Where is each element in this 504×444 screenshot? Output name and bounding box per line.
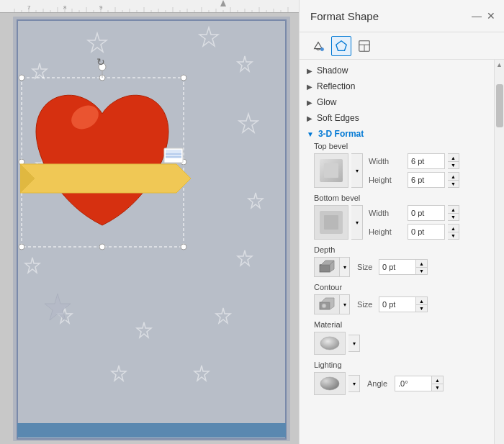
panel-icon-tabs: [300, 32, 504, 60]
format-3d-arrow: ▼: [307, 130, 314, 138]
bottom-bevel-right: Width ▲ ▼ Height ▲ ▼: [369, 205, 459, 240]
svg-rect-86: [324, 215, 338, 230]
bottom-bevel-label: Bottom bevel: [314, 194, 487, 202]
glow-section-header[interactable]: ▶ Glow: [300, 94, 494, 110]
soft-edges-section-header[interactable]: ▶ Soft Edges: [300, 110, 494, 126]
bottom-bevel-width-down[interactable]: ▼: [448, 213, 459, 221]
material-icon-dropdown: ▾: [314, 332, 360, 355]
bottom-bevel-width-input[interactable]: [408, 205, 445, 221]
contour-icon-dropdown: ▾: [314, 294, 350, 314]
depth-size-label: Size: [357, 263, 379, 271]
collapse-button[interactable]: —: [471, 10, 482, 22]
bottom-bevel-width-label: Width: [369, 209, 405, 217]
top-bevel-dropdown: ▾: [314, 153, 363, 188]
lighting-icon-btn: [314, 372, 346, 395]
scroll-up-btn[interactable]: ▲: [495, 60, 505, 70]
contour-label: Contour: [314, 283, 487, 291]
ruler-top: 7 8 9: [0, 0, 299, 13]
reflection-section-header[interactable]: ▶ Reflection: [300, 78, 494, 94]
top-bevel-width-up[interactable]: ▲: [448, 153, 459, 161]
material-row: ▾: [314, 332, 487, 355]
reflection-label: Reflection: [317, 81, 355, 91]
depth-dropdown-arrow[interactable]: ▾: [340, 257, 350, 277]
svg-point-61: [19, 75, 24, 81]
close-button[interactable]: ✕: [485, 10, 497, 22]
top-bevel-width-label: Width: [369, 157, 405, 166]
top-bevel-height-spinner: ▲ ▼: [448, 172, 459, 188]
contour-dropdown-arrow[interactable]: ▾: [340, 294, 350, 314]
pentagon-icon: [335, 40, 348, 53]
material-icon: [318, 335, 341, 352]
svg-marker-79: [336, 40, 346, 50]
format-3d-label: 3-D Format: [318, 129, 364, 139]
depth-icon: [318, 259, 336, 275]
svg-point-93: [320, 377, 339, 390]
depth-size-down[interactable]: ▼: [416, 267, 428, 275]
svg-point-91: [322, 304, 326, 308]
top-bevel-icon: [318, 158, 344, 184]
top-bevel-width-row: Width ▲ ▼: [369, 153, 459, 169]
format-panel: Format Shape — ✕: [299, 0, 504, 444]
scroll-thumb[interactable]: [496, 84, 503, 127]
lighting-icon: [318, 375, 341, 392]
lighting-angle-input[interactable]: [395, 376, 432, 391]
soft-edges-label: Soft Edges: [317, 113, 359, 123]
effects-icon-tab[interactable]: [331, 36, 351, 56]
svg-rect-87: [320, 265, 330, 272]
top-bevel-right: Width ▲ ▼ Height ▲ ▼: [369, 153, 459, 188]
top-bevel-label: Top bevel: [314, 142, 487, 150]
top-bevel-width-down[interactable]: ▼: [448, 161, 459, 169]
svg-text:7: 7: [27, 4, 31, 11]
bottom-bevel-height-input[interactable]: [408, 224, 445, 240]
contour-size-up[interactable]: ▲: [416, 296, 428, 304]
depth-size-input[interactable]: [379, 259, 416, 275]
lighting-icon-dropdown: ▾: [314, 372, 360, 395]
top-bevel-height-up[interactable]: ▲: [448, 172, 459, 180]
svg-point-78: [320, 47, 324, 51]
contour-size-label: Size: [357, 300, 379, 309]
format-3d-content: Top bevel: [300, 142, 494, 395]
reflection-arrow: ▶: [307, 83, 312, 91]
shadow-section-header[interactable]: ▶ Shadow: [300, 63, 494, 78]
depth-label: Depth: [314, 245, 487, 254]
svg-point-63: [181, 75, 186, 81]
fill-icon-tab[interactable]: [308, 36, 328, 56]
svg-text:↻: ↻: [96, 56, 105, 68]
top-bevel-width-input[interactable]: [408, 153, 445, 169]
bottom-bevel-arrow-btn[interactable]: ▾: [351, 205, 363, 240]
svg-point-66: [19, 244, 24, 250]
bottom-bevel-height-spinner: ▲ ▼: [448, 224, 459, 240]
layout-icon: [358, 40, 371, 53]
material-icon-btn: [314, 332, 346, 355]
lighting-angle-down[interactable]: ▼: [432, 384, 444, 391]
format-3d-section-header[interactable]: ▼ 3-D Format: [300, 126, 494, 142]
lighting-label: Lighting: [314, 361, 487, 369]
shadow-label: Shadow: [317, 65, 348, 76]
bottom-bevel-width-row: Width ▲ ▼: [369, 205, 459, 221]
top-bevel-height-input[interactable]: [408, 172, 445, 188]
scrollbar[interactable]: ▲: [494, 60, 504, 444]
panel-header: Format Shape — ✕: [300, 0, 504, 32]
top-bevel-arrow-btn[interactable]: ▾: [351, 153, 363, 188]
depth-row: ▾ Size ▲ ▼: [314, 257, 487, 277]
soft-edges-arrow: ▶: [307, 114, 312, 122]
contour-icon-btn: [314, 294, 340, 314]
bottom-bevel-height-row: Height ▲ ▼: [369, 224, 459, 240]
material-dropdown-arrow[interactable]: ▾: [348, 335, 360, 352]
bottom-bevel-width-up[interactable]: ▲: [448, 205, 459, 213]
depth-icon-dropdown: ▾: [314, 257, 350, 277]
depth-size-up[interactable]: ▲: [416, 259, 428, 267]
lighting-angle-up[interactable]: ▲: [432, 376, 444, 384]
bottom-bevel-height-down[interactable]: ▼: [448, 232, 459, 240]
lighting-dropdown-arrow[interactable]: ▾: [348, 375, 360, 392]
panel-content: ▶ Shadow ▶ Reflection ▶ Glow ▶ Soft Edge…: [300, 60, 494, 444]
bottom-bevel-height-label: Height: [369, 227, 405, 236]
bottom-bevel-section: ▾ Width ▲ ▼ Height: [314, 205, 487, 240]
depth-icon-btn: [314, 257, 340, 277]
bottom-bevel-height-up[interactable]: ▲: [448, 224, 459, 232]
layout-icon-tab[interactable]: [354, 36, 374, 56]
top-bevel-height-down[interactable]: ▼: [448, 180, 459, 188]
panel-controls: — ✕: [471, 10, 497, 22]
contour-size-input[interactable]: [379, 296, 416, 312]
contour-size-down[interactable]: ▼: [416, 304, 428, 312]
